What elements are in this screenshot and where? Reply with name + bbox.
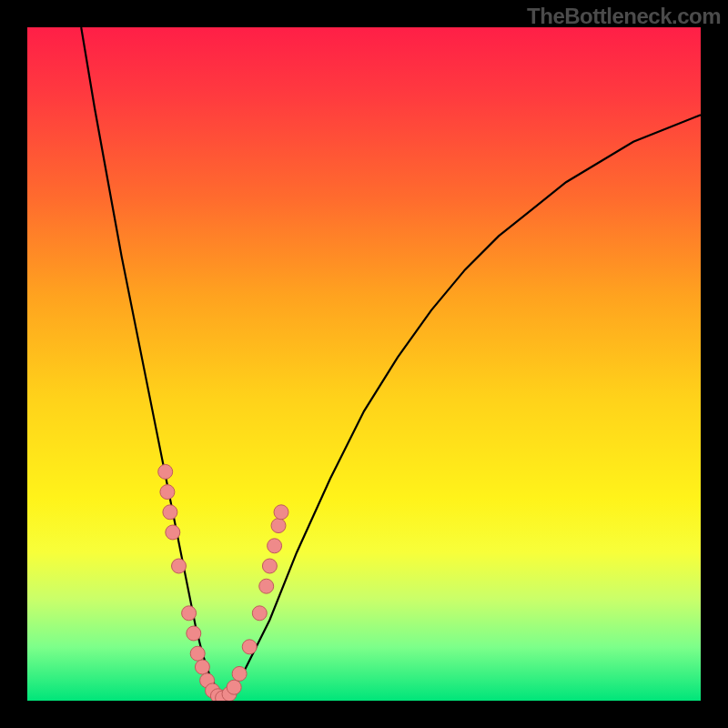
marker-point [158, 464, 173, 479]
bottleneck-curve [81, 27, 701, 701]
marker-point [190, 646, 205, 661]
chart-svg [27, 27, 701, 701]
marker-point [160, 485, 175, 500]
marker-point [195, 660, 209, 674]
watermark-text: TheBottleneck.com [527, 4, 721, 29]
marker-point [166, 525, 180, 540]
marker-point [227, 680, 241, 694]
marker-point [259, 579, 274, 593]
marker-point [232, 666, 247, 681]
marker-point [182, 606, 197, 621]
marker-point [242, 640, 257, 654]
curve-markers [158, 464, 288, 701]
chart-frame: TheBottleneck.com [0, 0, 728, 728]
marker-point [172, 559, 187, 573]
marker-point [274, 505, 288, 520]
marker-point [271, 519, 286, 533]
marker-point [252, 606, 267, 621]
marker-point [187, 626, 201, 641]
marker-point [262, 559, 277, 573]
marker-point [163, 505, 177, 520]
chart-plot-area [27, 27, 701, 701]
marker-point [268, 539, 282, 553]
